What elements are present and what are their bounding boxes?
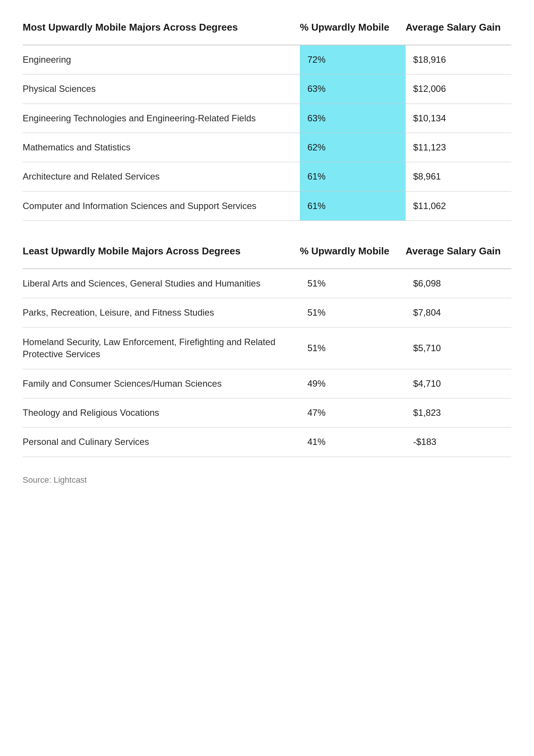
least-salary-5: $1,823: [406, 398, 511, 427]
least-mobile-table: Least Upwardly Mobile Majors Across Degr…: [23, 239, 511, 457]
most-salary-2: $12,006: [406, 74, 511, 103]
least-salary-2: $7,804: [406, 298, 511, 327]
most-col1-header: Most Upwardly Mobile Majors Across Degre…: [23, 15, 300, 40]
most-salary-5: $8,961: [406, 162, 511, 191]
least-pct-4: 49%: [300, 369, 406, 398]
least-row-2: Parks, Recreation, Leisure, and Fitness …: [23, 298, 511, 327]
least-pct-2: 51%: [300, 298, 406, 327]
most-pct-3: 63%: [300, 104, 406, 133]
most-row-2: Physical Sciences 63% $12,006: [23, 74, 511, 104]
most-row-6: Computer and Information Sciences and Su…: [23, 192, 511, 221]
most-salary-1: $18,916: [406, 45, 511, 74]
least-major-6: Personal and Culinary Services: [23, 428, 300, 456]
least-mobile-section: Least Upwardly Mobile Majors Across Degr…: [23, 239, 511, 457]
least-major-5: Theology and Religious Vocations: [23, 398, 300, 427]
least-salary-1: $6,098: [406, 269, 511, 298]
least-table-header: Least Upwardly Mobile Majors Across Degr…: [23, 239, 511, 269]
most-major-1: Engineering: [23, 45, 300, 74]
most-row-5: Architecture and Related Services 61% $8…: [23, 162, 511, 191]
most-major-4: Mathematics and Statistics: [23, 133, 300, 162]
most-major-3: Engineering Technologies and Engineering…: [23, 104, 300, 133]
least-major-3: Homeland Security, Law Enforcement, Fire…: [23, 328, 300, 369]
least-major-1: Liberal Arts and Sciences, General Studi…: [23, 269, 300, 298]
least-row-3: Homeland Security, Law Enforcement, Fire…: [23, 328, 511, 369]
most-mobile-table: Most Upwardly Mobile Majors Across Degre…: [23, 15, 511, 221]
least-row-6: Personal and Culinary Services 41% -$183: [23, 428, 511, 457]
least-row-1: Liberal Arts and Sciences, General Studi…: [23, 269, 511, 298]
least-col2-header: % Upwardly Mobile: [300, 239, 406, 264]
most-row-1: Engineering 72% $18,916: [23, 45, 511, 74]
most-pct-5: 61%: [300, 162, 406, 191]
least-salary-4: $4,710: [406, 369, 511, 398]
most-row-4: Mathematics and Statistics 62% $11,123: [23, 133, 511, 162]
least-pct-6: 41%: [300, 428, 406, 456]
most-pct-2: 63%: [300, 74, 406, 103]
source-label: Source: Lightcast: [23, 475, 511, 485]
least-major-2: Parks, Recreation, Leisure, and Fitness …: [23, 298, 300, 327]
least-row-4: Family and Consumer Sciences/Human Scien…: [23, 369, 511, 398]
least-pct-3: 51%: [300, 334, 406, 363]
least-salary-6: -$183: [406, 428, 511, 456]
least-col1-header: Least Upwardly Mobile Majors Across Degr…: [23, 239, 300, 264]
least-pct-5: 47%: [300, 398, 406, 427]
least-pct-1: 51%: [300, 269, 406, 298]
least-col3-header: Average Salary Gain: [406, 239, 511, 264]
most-major-2: Physical Sciences: [23, 74, 300, 103]
most-major-5: Architecture and Related Services: [23, 162, 300, 191]
most-mobile-section: Most Upwardly Mobile Majors Across Degre…: [23, 15, 511, 221]
most-major-6: Computer and Information Sciences and Su…: [23, 192, 300, 220]
least-major-4: Family and Consumer Sciences/Human Scien…: [23, 369, 300, 398]
most-pct-1: 72%: [300, 45, 406, 74]
most-salary-6: $11,062: [406, 192, 511, 220]
most-salary-4: $11,123: [406, 133, 511, 162]
most-table-header: Most Upwardly Mobile Majors Across Degre…: [23, 15, 511, 45]
most-col3-header: Average Salary Gain: [406, 15, 511, 40]
most-pct-6: 61%: [300, 192, 406, 220]
most-row-3: Engineering Technologies and Engineering…: [23, 104, 511, 133]
most-salary-3: $10,134: [406, 104, 511, 133]
least-row-5: Theology and Religious Vocations 47% $1,…: [23, 398, 511, 428]
most-pct-4: 62%: [300, 133, 406, 162]
most-col2-header: % Upwardly Mobile: [300, 15, 406, 40]
least-salary-3: $5,710: [406, 334, 511, 363]
